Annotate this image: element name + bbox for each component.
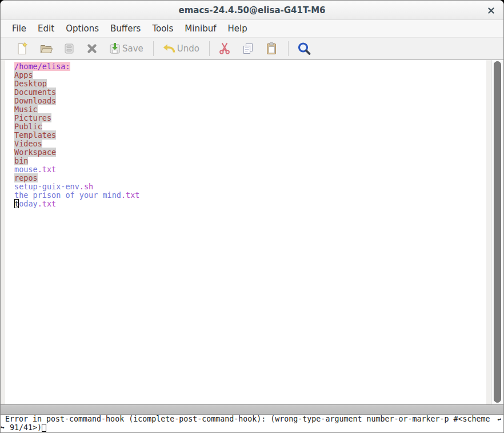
dired-line: Downloads [14,97,486,105]
echo-line2-text: 91/41>) [5,423,42,432]
dired-line: Apps [14,71,486,80]
copy-icon [241,42,255,55]
menu-item-options[interactable]: Options [60,21,105,36]
close-button[interactable] [486,6,495,15]
menu-item-help[interactable]: Help [222,21,253,36]
echo-message-line2: 91/41>) [1,423,503,432]
save-buffer-button-disabled[interactable] [62,42,76,55]
line-wrap-icon: ↩ [497,415,501,424]
left-fringe [1,60,5,404]
paste-icon [265,42,278,55]
dired-line: today.txt [14,200,486,208]
dired-file-name[interactable]: .txt [38,165,57,174]
dired-line: setup-guix-env.sh [14,182,486,191]
dired-file-name[interactable]: oday [19,199,38,208]
dired-directory-name[interactable]: repos [14,173,38,182]
mode-line: U:%%- elisa All L18 (Dired/name Omit) [1,404,503,415]
copy-button[interactable] [241,42,255,55]
toolbar-separator [153,41,154,56]
dired-directory-name[interactable]: Workspace [14,148,56,157]
close-buffer-button-disabled[interactable] [86,42,98,55]
dired-directory-name[interactable]: Videos [14,139,42,148]
dired-line: /home/elisa: [14,62,486,71]
save-button[interactable]: Save [108,42,143,55]
dired-directory-name[interactable]: Pictures [14,113,51,122]
scrollbar-thumb[interactable] [494,61,501,403]
emacs-window: emacs-24.4.50@elisa-G41T-M6 File Edit Op… [0,0,504,433]
dired-directory-name[interactable]: Apps [14,70,33,80]
menu-item-minibuf[interactable]: Minibuf [179,21,222,36]
dired-line: Music [14,105,486,114]
dired-line: Templates [14,131,486,140]
dired-directory-name[interactable]: bin [14,156,28,165]
save-disk-icon [62,42,76,55]
dired-file-name[interactable]: .sh [79,182,93,191]
menu-item-file[interactable]: File [6,21,32,36]
close-icon [488,7,494,14]
cut-button[interactable] [218,42,231,55]
dired-line: repos [14,174,486,182]
dired-line: Videos [14,140,486,148]
right-fringe [486,60,491,404]
cut-icon [218,42,231,55]
toolbar-separator [209,41,210,56]
save-icon [108,42,122,55]
undo-icon [162,42,177,55]
open-folder-icon [39,42,53,55]
toolbar: Save Undo [1,37,503,60]
dired-file-name[interactable]: the prison of your mind [14,190,121,200]
menubar: File Edit Options Buffers Tools Minibuf … [1,20,503,37]
titlebar: emacs-24.4.50@elisa-G41T-M6 [1,1,503,20]
dired-line: Desktop [14,80,486,88]
dired-line: Documents [14,88,486,97]
dired-directory-name[interactable]: Music [14,105,38,114]
dired-line: Public [14,122,486,131]
open-file-button[interactable] [39,42,53,55]
dired-file-name[interactable]: mouse [14,165,38,174]
dired-file-name[interactable]: t [14,199,19,208]
dired-file-name[interactable]: .txt [121,190,140,200]
dired-directory-name[interactable]: Desktop [14,79,47,88]
dired-header: /home/elisa: [14,62,70,71]
search-icon [297,41,312,57]
dired-line: the prison of your mind.txt [14,191,486,200]
window-title: emacs-24.4.50@elisa-G41T-M6 [178,5,325,15]
menu-item-edit[interactable]: Edit [32,21,60,36]
buffer-window: /home/elisa:AppsDesktopDocumentsDownload… [1,60,503,404]
dired-line: Pictures [14,114,486,122]
menu-item-tools[interactable]: Tools [146,21,179,36]
echo-message-line1: Error in post-command-hook (icomplete-po… [1,415,503,423]
dired-directory-name[interactable]: Public [14,122,42,131]
dired-buffer[interactable]: /home/elisa:AppsDesktopDocumentsDownload… [5,60,486,404]
echo-area[interactable]: Error in post-command-hook (icomplete-po… [1,415,503,432]
new-file-icon [15,42,29,55]
new-file-button[interactable] [15,42,29,55]
dired-directory-name[interactable]: Downloads [14,96,56,105]
dired-directory-name[interactable]: Documents [14,88,56,97]
dired-directory-name[interactable]: Templates [14,130,56,140]
dired-line: mouse.txt [14,165,486,174]
close-x-icon [86,42,98,55]
scrollbar-track[interactable] [491,60,503,404]
minibuffer-cursor [42,424,46,432]
search-button[interactable] [297,41,312,57]
toolbar-separator [288,41,289,56]
dired-file-name[interactable]: .txt [38,199,57,208]
paste-button[interactable] [265,42,278,55]
menu-item-buffers[interactable]: Buffers [105,21,146,36]
undo-button-label: Undo [177,43,199,54]
dired-file-name[interactable]: setup-guix-env [14,182,79,191]
save-button-label: Save [122,43,143,54]
dired-line: bin [14,157,486,165]
line-continuation-icon: ↪ [1,423,5,432]
dired-line: Workspace [14,148,486,157]
undo-button[interactable]: Undo [162,42,199,55]
